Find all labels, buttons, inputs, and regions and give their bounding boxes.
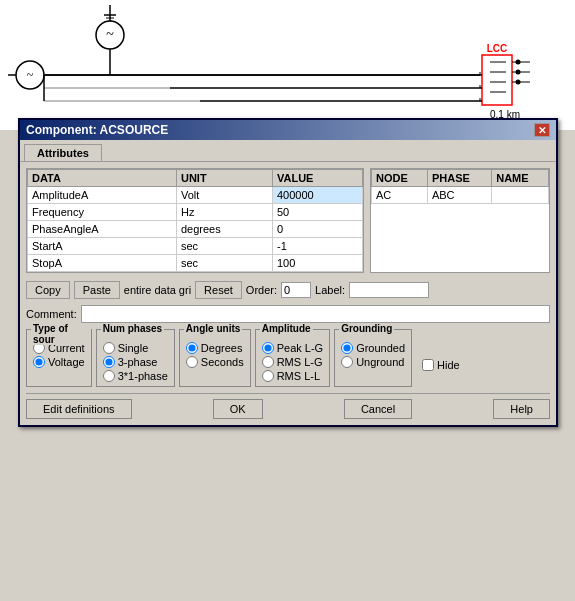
table-row: FrequencyHz50 [28,204,363,221]
31phase-option[interactable]: 3*1-phase [103,370,168,382]
comment-row: Comment: [26,305,550,323]
rms-ll-option[interactable]: RMS L-L [262,370,323,382]
data-cell-3: StartA [28,238,177,255]
value-cell-1[interactable]: 50 [272,204,362,221]
hide-group: Hide [416,329,466,387]
node-cell-0: AC [372,187,428,204]
unground-radio[interactable] [341,356,353,368]
data-cell-0: AmplitudeA [28,187,177,204]
toolbar-row: Copy Paste entire data gri Reset Order: … [26,279,550,301]
unit-cell-0: Volt [176,187,272,204]
bottom-row: Edit definitions OK Cancel Help [26,393,550,419]
type-of-source-group: Type of sour Current Voltage [26,329,92,387]
node-table: NODE PHASE NAME ACABC [371,169,549,204]
value-cell-3[interactable]: -1 [272,238,362,255]
paste-button[interactable]: Paste [74,281,120,299]
phase-cell-0: ABC [427,187,491,204]
grounding-title: Grounding [339,323,394,334]
reset-button[interactable]: Reset [195,281,242,299]
value-cell-2[interactable]: 0 [272,221,362,238]
table-row: PhaseAngleAdegrees0 [28,221,363,238]
degrees-radio[interactable] [186,342,198,354]
title-bar: Component: ACSOURCE ✕ [20,120,556,140]
value-cell-0[interactable]: 400000 [272,187,362,204]
component-dialog: Component: ACSOURCE ✕ Attributes DATA UN… [18,118,558,427]
value-cell-4[interactable]: 100 [272,255,362,272]
grounded-radio[interactable] [341,342,353,354]
svg-text:~: ~ [27,68,34,82]
dialog-title: Component: ACSOURCE [26,123,168,137]
dialog-content: DATA UNIT VALUE AmplitudeAVolt400000Freq… [20,162,556,425]
single-radio[interactable] [103,342,115,354]
order-label: Order: [246,284,277,296]
copy-button[interactable]: Copy [26,281,70,299]
unit-cell-1: Hz [176,204,272,221]
data-cell-2: PhaseAngleA [28,221,177,238]
col-data: DATA [28,170,177,187]
voltage-radio[interactable] [33,356,45,368]
entire-label: entire data gri [124,284,191,296]
amplitude-title: Amplitude [260,323,313,334]
3phase-radio[interactable] [103,356,115,368]
node-table-row: ACABC [372,187,549,204]
ok-button[interactable]: OK [213,399,263,419]
edit-definitions-button[interactable]: Edit definitions [26,399,132,419]
node-col-name: NAME [492,170,549,187]
data-cell-4: StopA [28,255,177,272]
3phase-option[interactable]: 3-phase [103,356,168,368]
table-row: AmplitudeAVolt400000 [28,187,363,204]
hide-checkbox[interactable] [422,359,434,371]
grounded-option[interactable]: Grounded [341,342,405,354]
num-phases-title: Num phases [101,323,164,334]
svg-text:LCC: LCC [487,43,508,54]
close-button[interactable]: ✕ [534,123,550,137]
angle-units-title: Angle units [184,323,242,334]
node-table-wrap: NODE PHASE NAME ACABC [370,168,550,273]
comment-label: Comment: [26,308,77,320]
hide-option[interactable]: Hide [422,359,460,371]
label-input[interactable] [349,282,429,298]
table-row: StartAsec-1 [28,238,363,255]
help-button[interactable]: Help [493,399,550,419]
data-table-wrap: DATA UNIT VALUE AmplitudeAVolt400000Freq… [26,168,364,273]
name-cell-0 [492,187,549,204]
col-value: VALUE [272,170,362,187]
unground-option[interactable]: Unground [341,356,405,368]
label-label: Label: [315,284,345,296]
voltage-option[interactable]: Voltage [33,356,85,368]
num-phases-group: Num phases Single 3-phase 3*1-phase [96,329,175,387]
31phase-radio[interactable] [103,370,115,382]
tab-attributes[interactable]: Attributes [24,144,102,161]
node-col-node: NODE [372,170,428,187]
seconds-option[interactable]: Seconds [186,356,244,368]
order-input[interactable] [281,282,311,298]
peak-lg-option[interactable]: Peak L-G [262,342,323,354]
type-of-source-title: Type of sour [31,323,91,345]
comment-input[interactable] [81,305,550,323]
tab-bar: Attributes [20,140,556,162]
table-row: StopAsec100 [28,255,363,272]
options-row: Type of sour Current Voltage Num phases … [26,329,550,387]
node-col-phase: PHASE [427,170,491,187]
schematic-area: ~ ~ LCC 0.1 km [0,0,575,130]
degrees-option[interactable]: Degrees [186,342,244,354]
angle-units-group: Angle units Degrees Seconds [179,329,251,387]
rms-ll-radio[interactable] [262,370,274,382]
svg-text:~: ~ [106,27,114,42]
col-unit: UNIT [176,170,272,187]
amplitude-group: Amplitude Peak L-G RMS L-G RMS L-L [255,329,330,387]
single-option[interactable]: Single [103,342,168,354]
rms-lg-radio[interactable] [262,356,274,368]
seconds-radio[interactable] [186,356,198,368]
unit-cell-4: sec [176,255,272,272]
peak-lg-radio[interactable] [262,342,274,354]
data-table: DATA UNIT VALUE AmplitudeAVolt400000Freq… [27,169,363,272]
grounding-group: Grounding Grounded Unground [334,329,412,387]
top-section: DATA UNIT VALUE AmplitudeAVolt400000Freq… [26,168,550,273]
data-cell-1: Frequency [28,204,177,221]
rms-lg-option[interactable]: RMS L-G [262,356,323,368]
unit-cell-2: degrees [176,221,272,238]
cancel-button[interactable]: Cancel [344,399,412,419]
unit-cell-3: sec [176,238,272,255]
